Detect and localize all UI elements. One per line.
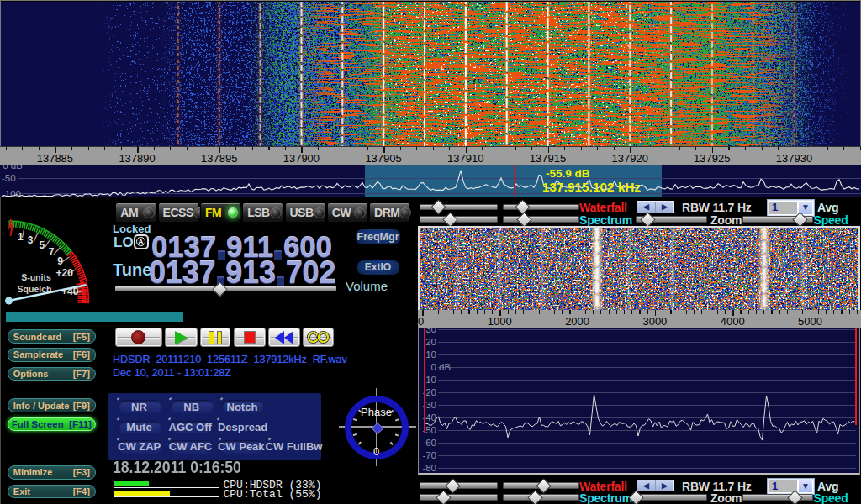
svg-text:+40: +40 bbox=[61, 286, 79, 297]
svg-text:5: 5 bbox=[40, 239, 45, 251]
svg-text:7: 7 bbox=[49, 246, 55, 258]
svg-text:Squelch: Squelch bbox=[18, 284, 52, 294]
svg-text:1: 1 bbox=[18, 231, 24, 243]
svg-text:3: 3 bbox=[28, 234, 34, 246]
svg-text:9: 9 bbox=[57, 255, 63, 267]
svg-text:+20: +20 bbox=[56, 267, 74, 279]
svg-text:S-units: S-units bbox=[21, 272, 51, 282]
